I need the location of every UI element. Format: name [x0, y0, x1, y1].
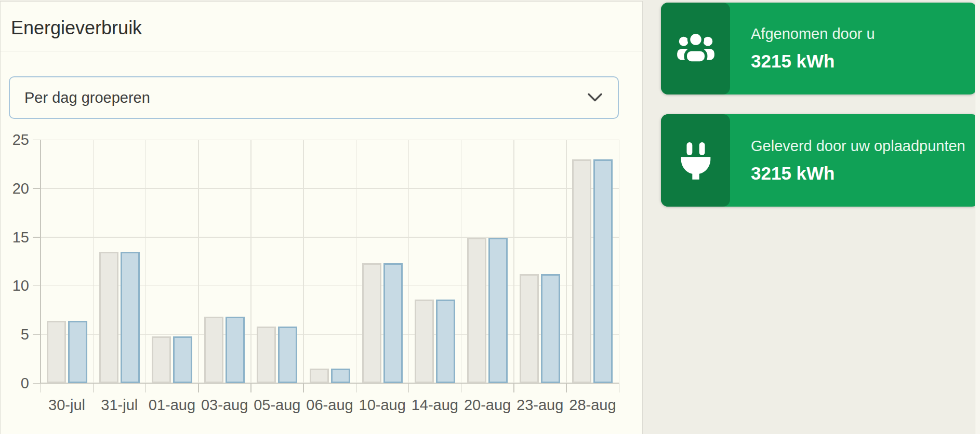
bar-blue[interactable] — [331, 369, 350, 383]
bar-blue[interactable] — [593, 159, 613, 383]
gridline — [619, 140, 620, 383]
card-icon-block — [661, 114, 730, 207]
gridline — [513, 140, 514, 383]
bar-gray[interactable] — [362, 263, 381, 383]
y-axis-tick — [33, 188, 41, 189]
card-label: Geleverd door uw oplaadpunten — [751, 138, 965, 155]
gridline — [408, 140, 409, 383]
y-axis-label: 25 — [1, 131, 29, 148]
y-axis-label: 20 — [1, 180, 29, 197]
x-axis-label: 03-aug — [201, 397, 248, 414]
bar-chart: 051015202530-jul31-jul01-aug03-aug05-aug… — [1, 2, 643, 434]
x-axis-label: 14-aug — [412, 397, 458, 414]
x-axis-tick — [303, 383, 304, 392]
x-axis-tick — [619, 383, 620, 392]
y-axis-label: 0 — [1, 375, 29, 392]
bar-blue[interactable] — [121, 252, 140, 383]
gridline — [41, 140, 619, 141]
y-axis-tick — [33, 140, 41, 141]
x-axis-label: 30-jul — [48, 397, 85, 414]
bar-blue[interactable] — [226, 317, 245, 383]
plug-icon — [675, 140, 717, 181]
card-icon-block — [661, 3, 730, 94]
x-axis-tick — [41, 383, 42, 392]
y-axis-tick — [33, 383, 41, 384]
bar-gray[interactable] — [257, 327, 276, 383]
bar-gray[interactable] — [99, 252, 118, 383]
y-axis-label: 5 — [1, 326, 29, 343]
bar-blue[interactable] — [173, 336, 192, 383]
gridline — [93, 140, 94, 383]
x-axis-tick — [250, 383, 251, 392]
y-axis-tick — [33, 334, 41, 335]
bar-gray[interactable] — [467, 238, 486, 383]
x-axis-tick — [145, 383, 147, 392]
x-axis-tick — [356, 383, 357, 392]
card-text: Geleverd door uw oplaadpunten 3215 kWh — [730, 114, 965, 207]
energy-usage-panel: Energieverbruik Per dag groeperen 051015… — [0, 1, 643, 434]
y-axis-label: 10 — [1, 277, 29, 294]
gridline — [566, 140, 567, 383]
bar-gray[interactable] — [415, 300, 434, 383]
x-axis-label: 20-aug — [464, 397, 511, 414]
y-axis-tick — [33, 286, 41, 287]
bar-blue[interactable] — [278, 327, 297, 383]
gridline — [41, 237, 619, 238]
x-axis-label: 05-aug — [254, 397, 300, 414]
gridline — [461, 140, 462, 383]
gridline — [145, 140, 147, 383]
card-consumed-by-you: Afgenomen door u 3215 kWh — [661, 3, 977, 94]
bar-gray[interactable] — [310, 369, 329, 383]
card-value: 3215 kWh — [751, 163, 965, 184]
bar-gray[interactable] — [572, 159, 591, 383]
x-axis-tick — [566, 383, 567, 392]
x-axis-label: 06-aug — [306, 397, 353, 414]
bar-blue[interactable] — [436, 300, 455, 383]
scrollbar[interactable] — [975, 0, 980, 434]
x-axis-tick — [461, 383, 462, 392]
bar-blue[interactable] — [383, 263, 403, 383]
x-axis-label: 28-aug — [569, 397, 616, 414]
x-axis-tick — [93, 383, 94, 392]
users-icon — [673, 26, 718, 71]
x-axis-label: 23-aug — [517, 397, 563, 414]
bar-blue[interactable] — [541, 274, 560, 383]
y-axis-line — [40, 140, 41, 383]
bar-blue[interactable] — [488, 238, 508, 383]
y-axis-label: 15 — [1, 228, 29, 246]
bar-gray[interactable] — [204, 317, 223, 383]
x-axis-label: 01-aug — [149, 397, 195, 414]
bar-gray[interactable] — [47, 321, 66, 383]
x-axis-tick — [513, 383, 514, 392]
gridline — [250, 140, 251, 383]
card-text: Afgenomen door u 3215 kWh — [730, 3, 875, 94]
y-axis-tick — [33, 237, 41, 238]
gridline — [303, 140, 304, 383]
bar-blue[interactable] — [68, 321, 87, 383]
bar-gray[interactable] — [152, 336, 171, 383]
card-delivered-by-charge-points: Geleverd door uw oplaadpunten 3215 kWh — [661, 114, 979, 207]
gridline — [41, 188, 619, 189]
x-axis-tick — [408, 383, 409, 392]
card-value: 3215 kWh — [751, 51, 875, 72]
card-label: Afgenomen door u — [751, 25, 875, 43]
x-axis-tick — [198, 383, 199, 392]
x-axis-label: 31-jul — [101, 397, 138, 414]
x-axis-label: 10-aug — [359, 397, 406, 414]
gridline — [198, 140, 199, 383]
gridline — [356, 140, 357, 383]
bar-gray[interactable] — [520, 274, 539, 383]
